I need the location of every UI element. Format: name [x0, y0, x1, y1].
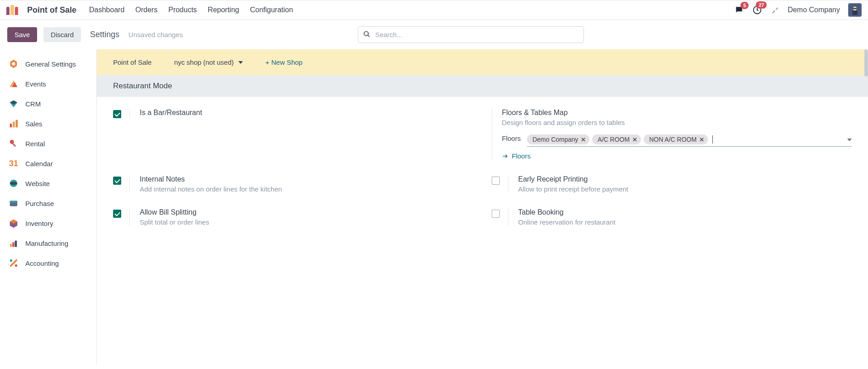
avatar-icon: [849, 4, 861, 16]
sidebar-item-inventory[interactable]: Inventory: [0, 213, 96, 233]
checkbox-table-booking[interactable]: [492, 210, 500, 218]
tools-icon[interactable]: [770, 5, 779, 14]
user-avatar[interactable]: [848, 3, 862, 17]
messages-button[interactable]: 5: [734, 5, 744, 14]
nav-dashboard[interactable]: Dashboard: [88, 4, 125, 16]
svg-point-27: [15, 264, 18, 267]
sidebar-item-accounting[interactable]: Accounting: [0, 253, 96, 273]
sidebar-item-manufacturing[interactable]: Manufacturing: [0, 233, 96, 253]
setting-desc: Design floors and assign orders to table…: [502, 119, 852, 126]
company-switcher[interactable]: Demo Company: [787, 6, 840, 14]
pos-shop-select[interactable]: nyc shop (not used): [174, 58, 243, 66]
nav-reporting[interactable]: Reporting: [207, 4, 240, 16]
text-cursor: [712, 135, 713, 144]
website-icon: [8, 178, 19, 189]
tag-remove-icon[interactable]: ✕: [581, 136, 586, 143]
save-button[interactable]: Save: [7, 27, 37, 42]
gear-icon: [8, 58, 19, 69]
setting-title: Internal Notes: [140, 175, 474, 183]
tag-remove-icon[interactable]: ✕: [699, 136, 704, 143]
svg-marker-29: [847, 139, 852, 141]
settings-sidebar: General Settings Events CRM Sales Rental…: [0, 49, 97, 364]
svg-rect-4: [853, 8, 857, 9]
action-bar: Save Discard Settings Unsaved changes: [0, 20, 868, 49]
svg-point-5: [364, 31, 368, 35]
pos-label: Point of Sale: [113, 58, 152, 66]
search-icon: [363, 30, 370, 39]
floors-link[interactable]: Floors: [502, 152, 852, 160]
sidebar-item-website[interactable]: Website: [0, 173, 96, 193]
tag-remove-icon[interactable]: ✕: [632, 136, 637, 143]
floor-tag: A/C ROOM ✕: [592, 134, 641, 144]
setting-title: Table Booking: [518, 208, 852, 216]
purchase-icon: [8, 198, 19, 209]
activities-button[interactable]: 27: [752, 5, 762, 15]
pos-shop-selected: nyc shop (not used): [174, 58, 234, 66]
setting-desc: Allow to print receipt before payment: [518, 185, 852, 193]
sidebar-item-purchase[interactable]: Purchase: [0, 193, 96, 213]
nav-configuration[interactable]: Configuration: [249, 4, 294, 16]
discard-button[interactable]: Discard: [43, 27, 81, 42]
setting-desc: Add internal notes on order lines for th…: [140, 185, 474, 193]
setting-title: Early Receipt Printing: [518, 175, 852, 183]
sidebar-item-events[interactable]: Events: [0, 74, 96, 94]
arrow-right-icon: [502, 153, 508, 159]
sidebar-item-label: Inventory: [25, 220, 53, 227]
app-logo-icon: [6, 5, 18, 15]
sidebar-item-calendar[interactable]: 31 Calendar: [0, 153, 96, 173]
svg-rect-12: [13, 121, 15, 127]
svg-rect-24: [15, 241, 17, 247]
nav-products[interactable]: Products: [167, 4, 198, 16]
sidebar-item-label: Rental: [25, 140, 45, 148]
sidebar-item-general[interactable]: General Settings: [0, 54, 96, 74]
clock-badge: 27: [756, 1, 767, 9]
checkbox-bar-restaurant[interactable]: [113, 110, 121, 118]
svg-rect-15: [12, 143, 16, 147]
svg-rect-11: [10, 124, 12, 127]
svg-marker-28: [238, 61, 243, 64]
svg-rect-22: [10, 244, 12, 247]
svg-rect-23: [12, 242, 14, 247]
sidebar-item-label: Calendar: [25, 160, 53, 168]
svg-rect-3: [853, 11, 858, 15]
svg-line-6: [368, 35, 370, 37]
calendar-icon: 31: [8, 158, 19, 169]
setting-title: Allow Bill Splitting: [140, 208, 474, 216]
new-shop-link[interactable]: + New Shop: [266, 58, 303, 66]
checkbox-bill-splitting[interactable]: [113, 210, 121, 218]
sidebar-item-sales[interactable]: Sales: [0, 114, 96, 134]
floors-field-label: Floors: [502, 134, 521, 142]
checkbox-early-receipt[interactable]: [492, 177, 500, 185]
svg-rect-19: [10, 201, 18, 203]
sidebar-item-label: Accounting: [25, 259, 59, 267]
sidebar-item-label: Website: [25, 180, 50, 187]
sidebar-item-label: CRM: [25, 100, 41, 108]
chevron-down-icon[interactable]: [847, 136, 852, 144]
sidebar-item-crm[interactable]: CRM: [0, 94, 96, 114]
settings-content: Point of Sale nyc shop (not used) + New …: [97, 49, 868, 364]
sidebar-item-label: Purchase: [25, 200, 54, 207]
chat-badge: 5: [740, 2, 749, 9]
setting-title: Floors & Tables Map: [502, 109, 852, 117]
sidebar-item-label: Manufacturing: [25, 240, 68, 247]
setting-desc: Split total or order lines: [140, 218, 474, 226]
events-icon: [8, 78, 19, 89]
floor-tag: Demo Company ✕: [527, 134, 589, 144]
unsaved-indicator: Unsaved changes: [128, 31, 183, 38]
chevron-down-icon: [238, 60, 243, 65]
rental-icon: [8, 138, 19, 149]
app-title[interactable]: Point of Sale: [27, 5, 76, 15]
scrollbar-thumb[interactable]: [864, 49, 868, 77]
search-input[interactable]: [358, 26, 584, 43]
svg-point-14: [10, 140, 14, 144]
nav-orders[interactable]: Orders: [134, 4, 158, 16]
floors-tags-input[interactable]: Demo Company ✕ A/C ROOM ✕ NON A/C ROOM ✕: [527, 134, 852, 147]
checkbox-internal-notes[interactable]: [113, 177, 121, 185]
top-navbar: Point of Sale Dashboard Orders Products …: [0, 0, 868, 20]
sidebar-item-rental[interactable]: Rental: [0, 134, 96, 153]
section-header: Restaurant Mode: [97, 75, 868, 97]
svg-point-26: [10, 259, 13, 262]
floor-tag: NON A/C ROOM ✕: [644, 134, 708, 144]
pos-selector-bar: Point of Sale nyc shop (not used) + New …: [97, 49, 868, 75]
sidebar-item-label: Sales: [25, 120, 43, 128]
